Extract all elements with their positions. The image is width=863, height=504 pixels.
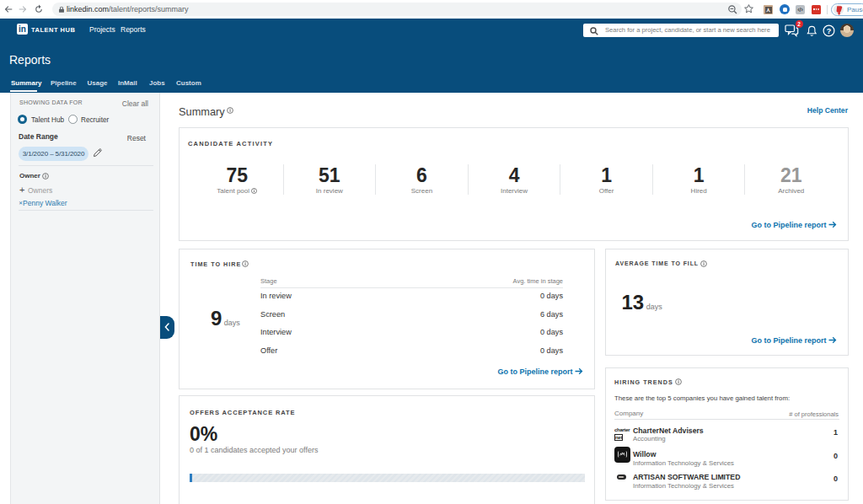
svg-text:?: ?	[827, 27, 832, 35]
